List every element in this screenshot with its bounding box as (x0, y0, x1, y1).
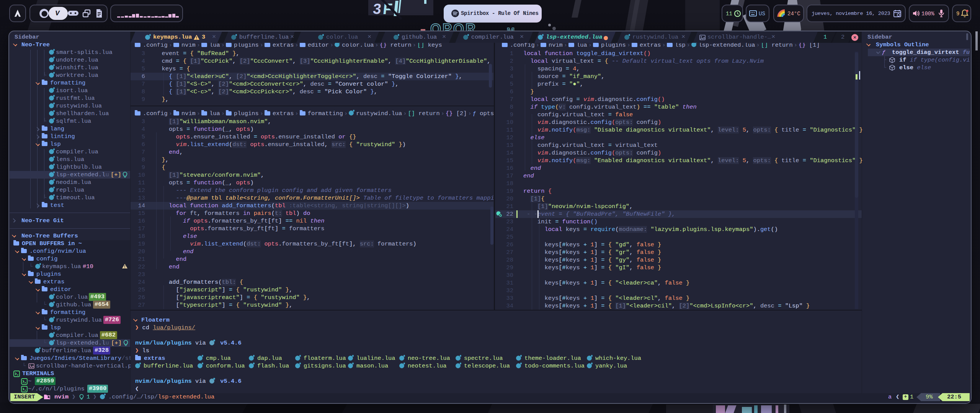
svg-text:3: 3 (372, 1, 382, 17)
